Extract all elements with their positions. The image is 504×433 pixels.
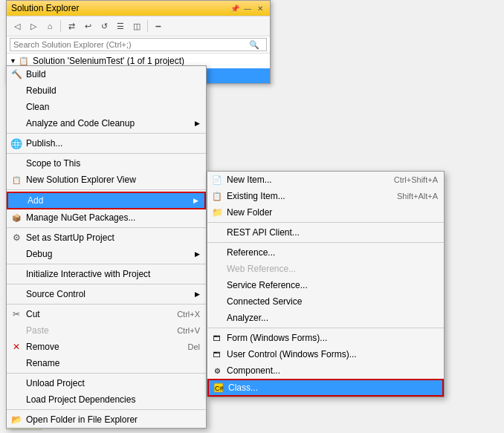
cut-shortcut: Ctrl+X (177, 310, 200, 319)
search-icon: 🔍 (249, 40, 259, 50)
menu-analyze-label: Analyze and Code Cleanup (26, 118, 135, 128)
sep5 (7, 264, 206, 264)
existing-item-shortcut: Shift+Alt+A (397, 192, 438, 201)
menu-item-clean[interactable]: Clean (7, 99, 206, 115)
menu-item-nuget[interactable]: 📦 Manage NuGet Packages... (7, 209, 206, 226)
menu-publish-label: Publish... (26, 138, 62, 149)
menu-item-rebuild[interactable]: Rebuild (7, 82, 206, 99)
menu2-item-web-reference[interactable]: Web Reference... (207, 261, 444, 277)
settings-button[interactable]: – (151, 19, 166, 33)
sep2 (7, 153, 206, 154)
menu-debug-label: Debug (26, 249, 52, 259)
menu2-item-existing-item[interactable]: 📋 Existing Item... Shift+Alt+A (207, 188, 444, 204)
globe-icon: 🌐 (10, 137, 22, 149)
debug-arrow: ▶ (195, 250, 200, 258)
menu-item-build[interactable]: 🔨 Build (7, 66, 206, 82)
menu2-rest-api-label: REST API Client... (227, 227, 300, 238)
menu2-item-component[interactable]: ⚙ Component... (207, 362, 444, 379)
preview-button[interactable]: ◫ (129, 19, 144, 33)
menu-item-source-control[interactable]: Source Control ▶ (7, 286, 206, 302)
sep8 (7, 373, 206, 374)
primary-context-menu: 🔨 Build Rebuild Clean Analyze and Code C… (6, 65, 207, 429)
menu-item-paste[interactable]: Paste Ctrl+V (7, 322, 206, 339)
user-control-icon: 🗔 (211, 348, 223, 360)
menu2-item-user-control[interactable]: 🗔 User Control (Windows Forms)... (207, 346, 444, 362)
toolbar-sep2 (147, 20, 148, 32)
add-arrow: ▶ (193, 197, 198, 204)
menu2-item-class[interactable]: C# Class... (207, 379, 444, 397)
menu-initialize-label: Initialize Interactive with Project (26, 269, 150, 279)
view-button[interactable]: ☰ (113, 19, 128, 33)
home-button[interactable]: ⌂ (42, 19, 57, 33)
menu-item-publish[interactable]: 🌐 Publish... (7, 135, 206, 152)
menu-scope-label: Scope to This (26, 158, 80, 169)
menu2-web-reference-label: Web Reference... (227, 264, 296, 274)
forward-button[interactable]: ▷ (26, 19, 41, 33)
menu-open-folder-label: Open Folder in File Explorer (26, 414, 138, 425)
menu-paste-label: Paste (26, 325, 49, 336)
sep6 (7, 284, 206, 284)
sync-button[interactable]: ⇄ (64, 19, 79, 33)
menu2-item-connected-service[interactable]: Connected Service (207, 293, 444, 310)
menu-item-analyze[interactable]: Analyze and Code Cleanup ▶ (7, 115, 206, 131)
search-area: 🔍 (7, 36, 270, 53)
menu-clean-label: Clean (26, 102, 49, 112)
menu-cut-label: Cut (26, 309, 40, 319)
undo-button[interactable]: ↩ (80, 19, 95, 33)
menu-nuget-label: Manage NuGet Packages... (26, 212, 135, 223)
menu-item-cut[interactable]: ✂ Cut Ctrl+X (7, 306, 206, 322)
menu-unload-label: Unload Project (26, 378, 85, 388)
menu2-item-service-reference[interactable]: Service Reference... (207, 277, 444, 293)
pin-button[interactable]: 📌 (230, 4, 240, 13)
menu-add-label: Add (28, 195, 43, 206)
svg-text:C#: C# (215, 385, 224, 392)
menu-item-add[interactable]: Add ▶ (7, 192, 206, 209)
redo-button[interactable]: ↺ (97, 19, 112, 33)
menu-item-scope[interactable]: Scope to This (7, 155, 206, 172)
menu2-form-label: Form (Windows Forms)... (227, 333, 327, 343)
close-button[interactable]: ✕ (255, 4, 265, 13)
gear-icon: ⚙ (10, 232, 22, 244)
menu2-component-label: Component... (227, 365, 280, 376)
new-item-icon: 📄 (211, 174, 223, 186)
menu-item-open-folder[interactable]: 📂 Open Folder in File Explorer (7, 411, 206, 428)
sep4 (7, 227, 206, 228)
search-input[interactable] (10, 38, 267, 51)
analyze-arrow: ▶ (195, 120, 200, 127)
menu-item-debug[interactable]: Debug ▶ (7, 246, 206, 262)
menu-item-unload[interactable]: Unload Project (7, 375, 206, 391)
menu2-new-item-label: New Item... (227, 175, 272, 185)
menu-item-startup[interactable]: ⚙ Set as StartUp Project (7, 229, 206, 246)
remove-icon: ✕ (10, 341, 22, 353)
menu2-reference-label: Reference... (227, 247, 275, 258)
menu2-connected-service-label: Connected Service (227, 296, 302, 307)
sec-sep2 (207, 242, 444, 243)
secondary-context-menu: 📄 New Item... Ctrl+Shift+A 📋 Existing It… (207, 171, 445, 397)
menu2-item-new-folder[interactable]: 📁 New Folder (207, 204, 444, 221)
menu2-item-analyzer[interactable]: Analyzer... (207, 310, 444, 326)
menu-item-new-solution-view[interactable]: 📋 New Solution Explorer View (7, 172, 206, 188)
menu2-item-rest-api[interactable]: REST API Client... (207, 224, 444, 241)
menu2-analyzer-label: Analyzer... (227, 313, 268, 323)
menu-load-deps-label: Load Project Dependencies (26, 394, 135, 405)
solution-label: Solution 'SeleniumTest' (1 of 1 project) (33, 56, 184, 66)
menu2-item-form[interactable]: 🗔 Form (Windows Forms)... (207, 330, 444, 346)
solution-explorer-titlebar: Solution Explorer 📌 — ✕ (7, 1, 270, 16)
menu2-class-label: Class... (228, 382, 258, 393)
back-button[interactable]: ◁ (10, 19, 25, 33)
scissors-icon: ✂ (10, 308, 22, 320)
menu2-item-new-item[interactable]: 📄 New Item... Ctrl+Shift+A (207, 172, 444, 188)
menu-rebuild-label: Rebuild (26, 85, 56, 96)
minimize-button[interactable]: — (242, 4, 253, 13)
nuget-icon: 📦 (10, 212, 22, 224)
menu-item-load-deps[interactable]: Load Project Dependencies (7, 391, 206, 408)
menu-item-initialize[interactable]: Initialize Interactive with Project (7, 266, 206, 282)
sep7 (7, 304, 206, 305)
menu-item-rename[interactable]: Rename (7, 355, 206, 371)
menu-item-remove[interactable]: ✕ Remove Del (7, 339, 206, 355)
menu2-existing-item-label: Existing Item... (227, 191, 285, 201)
sec-sep1 (207, 222, 444, 223)
sec-sep3 (207, 328, 444, 328)
menu2-item-reference[interactable]: Reference... (207, 244, 444, 261)
menu2-service-reference-label: Service Reference... (227, 280, 308, 290)
